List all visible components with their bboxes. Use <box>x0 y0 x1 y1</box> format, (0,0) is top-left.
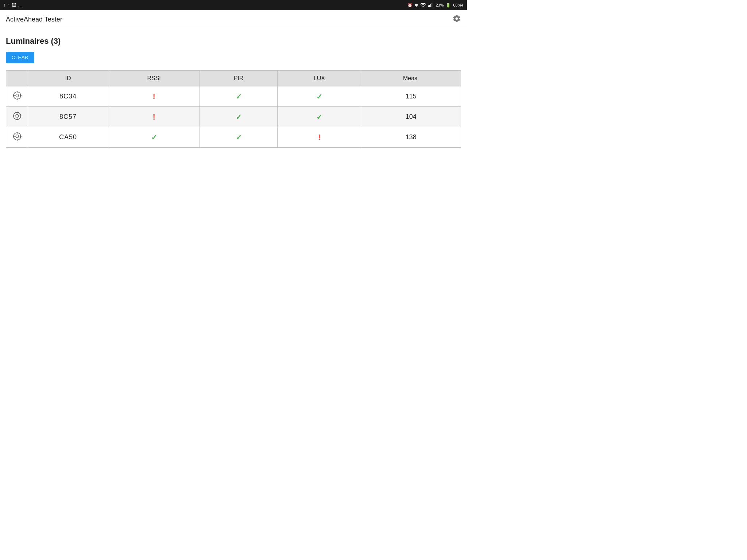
battery-status: 23% <box>436 3 444 7</box>
upload-icon-2: ↑ <box>8 3 10 7</box>
row-lux: ✓ <box>278 86 361 107</box>
table-row[interactable]: 8C34!✓✓115 <box>6 86 461 107</box>
col-header-lux: LUX <box>278 71 361 86</box>
row-rssi: ✓ <box>108 127 200 148</box>
bluetooth-icon: ✱ <box>415 3 418 8</box>
svg-rect-5 <box>433 3 433 7</box>
row-icon <box>6 127 28 148</box>
col-header-rssi: RSSI <box>108 71 200 86</box>
col-header-icon <box>6 71 28 86</box>
battery-icon: 🔋 <box>446 3 451 8</box>
image-icon: 🖼 <box>12 3 16 7</box>
row-id: 8C57 <box>28 107 108 127</box>
row-id: 8C34 <box>28 86 108 107</box>
svg-rect-2 <box>429 5 430 7</box>
svg-point-0 <box>423 6 424 7</box>
svg-rect-3 <box>430 4 431 7</box>
col-header-id: ID <box>28 71 108 86</box>
alarm-icon: ⏰ <box>407 3 413 8</box>
col-header-meas: Meas. <box>361 71 461 86</box>
app-bar: ActiveAhead Tester <box>0 10 467 29</box>
row-rssi: ! <box>108 107 200 127</box>
row-pir: ✓ <box>200 86 278 107</box>
row-meas: 138 <box>361 127 461 148</box>
svg-rect-4 <box>431 3 432 7</box>
svg-rect-1 <box>428 5 429 7</box>
rssi-error-icon: ! <box>152 112 155 121</box>
pir-ok-icon: ✓ <box>236 133 242 141</box>
row-rssi: ! <box>108 86 200 107</box>
row-id: CA50 <box>28 127 108 148</box>
pir-ok-icon: ✓ <box>236 113 242 121</box>
row-icon <box>6 86 28 107</box>
app-title: ActiveAhead Tester <box>6 16 62 23</box>
time-display: 08:44 <box>453 3 463 7</box>
status-bar-left: ↑ ↑ 🖼 ... <box>4 3 22 7</box>
col-header-pir: PIR <box>200 71 278 86</box>
settings-icon[interactable] <box>452 14 461 25</box>
status-bar: ↑ ↑ 🖼 ... ⏰ ✱ 23% 🔋 08:44 <box>0 0 467 10</box>
table-row[interactable]: CA50✓✓!138 <box>6 127 461 148</box>
clear-button[interactable]: CLEAR <box>6 52 34 63</box>
signal-icon <box>428 3 433 8</box>
svg-point-13 <box>16 114 19 117</box>
row-icon <box>6 107 28 127</box>
rssi-error-icon: ! <box>152 92 155 101</box>
row-meas: 104 <box>361 107 461 127</box>
svg-point-7 <box>16 94 19 97</box>
upload-icon-1: ↑ <box>4 3 6 7</box>
row-lux: ! <box>278 127 361 148</box>
rssi-ok-icon: ✓ <box>151 133 157 141</box>
more-icon: ... <box>18 3 22 7</box>
table-header-row: ID RSSI PIR LUX Meas. <box>6 71 461 86</box>
lux-ok-icon: ✓ <box>316 93 322 101</box>
row-pir: ✓ <box>200 107 278 127</box>
pir-ok-icon: ✓ <box>236 93 242 101</box>
main-content: Luminaires (3) CLEAR ID RSSI PIR LUX Mea… <box>0 29 467 155</box>
table-row[interactable]: 8C57!✓✓104 <box>6 107 461 127</box>
svg-point-19 <box>16 135 19 138</box>
section-title: Luminaires (3) <box>6 36 461 46</box>
row-pir: ✓ <box>200 127 278 148</box>
status-bar-right: ⏰ ✱ 23% 🔋 08:44 <box>407 3 463 8</box>
lux-error-icon: ! <box>318 133 321 142</box>
row-lux: ✓ <box>278 107 361 127</box>
luminaires-table: ID RSSI PIR LUX Meas. 8C34!✓✓115 8C57!✓✓… <box>6 70 461 148</box>
row-meas: 115 <box>361 86 461 107</box>
wifi-icon <box>420 3 426 8</box>
lux-ok-icon: ✓ <box>316 113 322 121</box>
